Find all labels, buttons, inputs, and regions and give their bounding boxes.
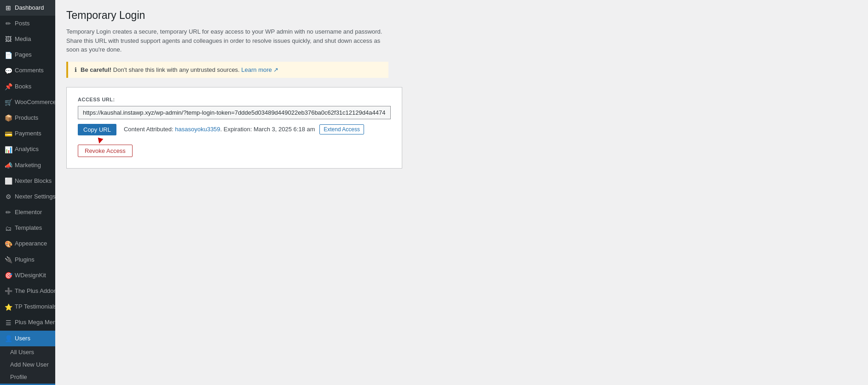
- page-title: Temporary Login: [66, 9, 857, 22]
- sidebar-item-users[interactable]: 👤 Users ▶: [0, 331, 55, 346]
- sidebar-item-analytics[interactable]: 📊 Analytics: [0, 142, 55, 158]
- sidebar-item-nexter-settings[interactable]: ⚙ Nexter Settings: [0, 189, 55, 204]
- sidebar-item-dashboard[interactable]: ⊞ Dashboard: [0, 0, 55, 16]
- sidebar-item-tp-testimonials[interactable]: ⭐ TP Testimonials: [0, 299, 55, 315]
- plugins-icon: 🔌: [5, 256, 12, 264]
- attributed-user-link[interactable]: hasasoyoku3359: [175, 126, 220, 133]
- notice-body-text: Don't share this link with any untrusted…: [113, 66, 242, 73]
- comments-icon: 💬: [5, 67, 12, 75]
- tp-testimonials-icon: ⭐: [5, 303, 12, 311]
- sidebar-item-nexter-blocks[interactable]: ⬜ Nexter Blocks: [0, 173, 55, 189]
- meta-info: Content Attributed: hasasoyoku3359. Expi…: [124, 124, 364, 134]
- sidebar-item-all-users[interactable]: All Users: [0, 346, 55, 359]
- sidebar-item-templates[interactable]: 🗂 Templates: [0, 221, 55, 236]
- copy-url-wrapper: Copy URL: [78, 124, 116, 135]
- pages-icon: 📄: [5, 51, 12, 59]
- sidebar-item-woocommerce[interactable]: 🛒 WooCommerce: [0, 94, 55, 110]
- info-icon: ℹ: [75, 66, 77, 73]
- products-icon: 📦: [5, 114, 12, 122]
- sidebar-item-payments[interactable]: 💳 Payments: [0, 126, 55, 142]
- sidebar-item-appearance[interactable]: 🎨 Appearance: [0, 236, 55, 252]
- plus-mega-menu-icon: ☰: [5, 319, 12, 327]
- page-description: Temporary Login creates a secure, tempor…: [66, 27, 388, 54]
- notice-box: ℹ Be careful! Don't share this link with…: [66, 62, 388, 78]
- books-icon: 📌: [5, 82, 12, 91]
- posts-icon: ✏: [5, 19, 12, 28]
- analytics-icon: 📊: [5, 146, 12, 154]
- marketing-icon: 📣: [5, 161, 12, 169]
- users-arrow-icon: ▶: [47, 336, 51, 342]
- sidebar: ⊞ Dashboard ✏ Posts 🖼 Media 📄 Pages 💬 Co…: [0, 0, 55, 385]
- users-submenu: All Users Add New User Profile Temporary…: [0, 346, 55, 385]
- nexter-settings-icon: ⚙: [5, 192, 12, 201]
- access-url-input[interactable]: [78, 106, 391, 119]
- sidebar-item-plus-mega-menu[interactable]: ☰ Plus Mega Menu: [0, 315, 55, 331]
- access-url-card: ACCESS URL: Copy URL Content Attributed:…: [66, 87, 402, 169]
- notice-bold: Be careful!: [81, 66, 111, 73]
- elementor-icon: ✏: [5, 208, 12, 216]
- url-actions-row: Copy URL Content Attributed: hasasoyoku3…: [78, 124, 391, 135]
- the-plus-addons-icon: ➕: [5, 287, 12, 295]
- sidebar-item-pages[interactable]: 📄 Pages: [0, 47, 55, 63]
- learn-more-link[interactable]: Learn more ↗: [241, 66, 278, 73]
- sidebar-item-profile[interactable]: Profile: [0, 371, 55, 384]
- notice-text: Be careful! Don't share this link with a…: [81, 66, 278, 73]
- sidebar-label-dashboard: Dashboard: [15, 4, 44, 12]
- woocommerce-icon: 🛒: [5, 98, 12, 106]
- sidebar-item-plugins[interactable]: 🔌 Plugins: [0, 252, 55, 268]
- sidebar-item-elementor[interactable]: ✏ Elementor: [0, 204, 55, 220]
- revoke-access-button[interactable]: Revoke Access: [78, 145, 133, 157]
- dashboard-icon: ⊞: [5, 4, 12, 12]
- sidebar-item-marketing[interactable]: 📣 Marketing: [0, 158, 55, 173]
- sidebar-item-media[interactable]: 🖼 Media: [0, 31, 55, 47]
- expiration-label: Expiration:: [224, 126, 252, 133]
- media-icon: 🖼: [5, 35, 12, 43]
- main-content: Temporary Login Temporary Login creates …: [55, 0, 868, 385]
- sidebar-item-add-new-user[interactable]: Add New User: [0, 359, 55, 371]
- appearance-icon: 🎨: [5, 240, 12, 248]
- copy-url-button[interactable]: Copy URL: [78, 124, 116, 135]
- extend-access-button[interactable]: Extend Access: [319, 124, 364, 134]
- users-icon: 👤: [5, 334, 12, 343]
- sidebar-item-posts[interactable]: ✏ Posts: [0, 16, 55, 31]
- sidebar-item-products[interactable]: 📦 Products: [0, 110, 55, 126]
- access-url-label: ACCESS URL:: [78, 97, 391, 102]
- nexter-blocks-icon: ⬜: [5, 177, 12, 185]
- sidebar-item-comments[interactable]: 💬 Comments: [0, 63, 55, 79]
- templates-icon: 🗂: [5, 224, 12, 233]
- expiration-value: March 3, 2025 6:18 am: [254, 126, 315, 133]
- sidebar-item-books[interactable]: 📌 Books: [0, 79, 55, 94]
- content-attributed-label: Content Attributed:: [124, 126, 174, 133]
- payments-icon: 💳: [5, 130, 12, 138]
- wdesignkit-icon: 🎯: [5, 271, 12, 280]
- sidebar-item-wdesignkit[interactable]: 🎯 WDesignKit: [0, 268, 55, 283]
- sidebar-item-the-plus-addons[interactable]: ➕ The Plus Addons: [0, 283, 55, 299]
